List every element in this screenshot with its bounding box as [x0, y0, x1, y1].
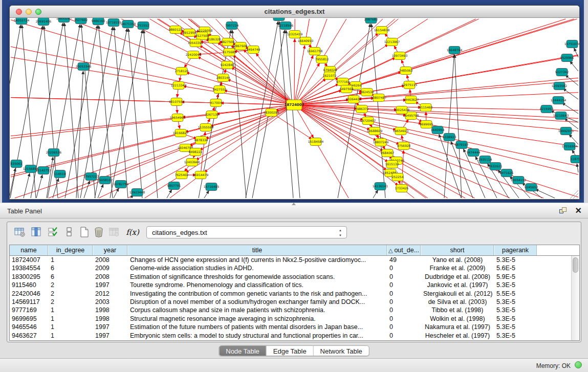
tab-node-table[interactable]: Node Table	[219, 346, 267, 356]
graph-node[interactable]: 16154838	[374, 27, 390, 34]
tab-network-table[interactable]: Network Table	[314, 346, 369, 356]
column-header-name[interactable]: name	[10, 245, 48, 255]
graph-node[interactable]: 7625402	[175, 171, 189, 179]
graph-node[interactable]: 7986372	[355, 105, 369, 113]
column-header-in_degree[interactable]: in_degree	[49, 245, 93, 255]
column-header-short[interactable]: short	[421, 245, 494, 255]
graph-node[interactable]: 10719155	[106, 19, 122, 27]
graph-node[interactable]: 8427552	[213, 86, 227, 94]
graph-node[interactable]: 8215953	[540, 105, 554, 113]
graph-node[interactable]: 16958107	[97, 177, 113, 184]
graph-node[interactable]: 17957223	[83, 173, 99, 181]
graph-node[interactable]: 2718120	[175, 68, 189, 75]
column-header-out_de[interactable]: △out_de...	[387, 245, 421, 255]
table-row[interactable]: 1938455462009Genome-wide association stu…	[10, 264, 571, 272]
graph-node[interactable]: 3267130	[205, 111, 219, 119]
graph-node[interactable]: 9466160	[92, 18, 105, 25]
network-graph[interactable]: 1405572420691406106532871527602946616010…	[10, 18, 579, 199]
graph-node[interactable]: 9860123	[169, 26, 183, 34]
graph-node[interactable]: 12213967	[384, 38, 400, 46]
graph-node[interactable]: 7632621	[489, 163, 503, 170]
table-row[interactable]: 946362711997Embryonic stem cells: a mode…	[10, 332, 571, 340]
graph-node[interactable]: 2867608	[234, 42, 248, 50]
graph-node[interactable]: 16782759	[113, 181, 129, 188]
graph-node[interactable]: 15184584	[308, 138, 324, 146]
graph-node[interactable]: 12142757	[36, 167, 52, 174]
graph-node[interactable]: 9474444	[467, 149, 481, 157]
table-row[interactable]: 1830029562008Estimation of significance …	[10, 273, 571, 281]
graph-node[interactable]: 18107554	[169, 98, 185, 106]
graph-node[interactable]: 12975115	[402, 81, 418, 89]
graph-node[interactable]: 12218596	[278, 22, 294, 30]
graph-node[interactable]: 20206536	[46, 149, 62, 157]
graph-node[interactable]: 8498222	[189, 148, 203, 156]
float-panel-icon[interactable]	[559, 207, 568, 215]
graph-node[interactable]: 8454749	[247, 46, 260, 54]
graph-node[interactable]: 252254	[392, 173, 404, 181]
scrollbar-thumb[interactable]	[573, 257, 578, 273]
graph-node[interactable]: 6497568	[340, 85, 354, 93]
graph-node[interactable]: 10973493	[392, 52, 408, 60]
network-canvas[interactable]: 1405572420691406106532871527602946616010…	[10, 18, 579, 199]
graph-node[interactable]: 19166827	[173, 129, 189, 137]
graph-node[interactable]: 14463627	[403, 96, 419, 104]
graph-node[interactable]: 15716485	[204, 183, 220, 191]
function-builder-icon[interactable]: f(x)	[124, 225, 141, 239]
graph-node[interactable]: 7957224	[225, 22, 239, 30]
graph-node[interactable]: 9827508	[221, 38, 235, 46]
table-row[interactable]: 969969511998Structural magnetic resonanc…	[10, 315, 571, 323]
graph-node[interactable]: 1733426	[395, 185, 409, 192]
graph-node[interactable]: 16210643	[553, 112, 569, 120]
new-table-icon[interactable]	[78, 225, 91, 239]
graph-node[interactable]: 18300295	[264, 109, 279, 117]
graph-node[interactable]: 9242848	[221, 61, 234, 69]
column-header-pagerank[interactable]: pagerank	[494, 245, 537, 255]
network-window[interactable]: citations_edges.txt 14055724206914061065…	[9, 5, 580, 200]
graph-node[interactable]: 14136141	[373, 183, 388, 190]
table-selector-dropdown[interactable]: citations_edges.txt ▲ ▼	[146, 226, 347, 238]
graph-node[interactable]: 8186328	[207, 36, 221, 43]
graph-node[interactable]: 417004	[210, 99, 222, 107]
graph-node[interactable]: 22420046	[186, 51, 202, 59]
delete-table-icon[interactable]	[92, 225, 105, 239]
graph-node[interactable]: 11355594	[198, 124, 214, 132]
graph-node[interactable]: 8878334	[194, 137, 208, 144]
graph-node[interactable]: 7955812	[315, 56, 329, 63]
graph-node[interactable]: 10543392	[188, 39, 204, 47]
graph-node[interactable]: 9227342	[555, 69, 569, 76]
table-settings-icon[interactable]	[13, 225, 27, 239]
graph-node[interactable]: 9529966	[560, 54, 574, 62]
splitter-handle[interactable]	[292, 203, 296, 205]
graph-node[interactable]: 835061	[11, 160, 23, 168]
graph-node[interactable]: 118753	[571, 156, 579, 163]
graph-node[interactable]: 16640910	[298, 37, 314, 45]
table-row[interactable]: 977716911998Corpus callosum shape and si…	[10, 306, 571, 314]
merge-rows-icon[interactable]	[62, 225, 76, 239]
graph-node[interactable]: 18807249	[373, 139, 389, 146]
graph-node[interactable]: 6879197	[455, 141, 469, 149]
table-row[interactable]: 911546021997Tourette syndrome. Phenomeno…	[10, 281, 571, 289]
graph-node[interactable]: 8813074	[272, 18, 286, 21]
graph-node[interactable]: 10653287	[56, 18, 72, 23]
graph-node[interactable]: 751552	[138, 22, 149, 30]
column-header-year[interactable]: year	[93, 245, 127, 255]
graph-node[interactable]: 15751074	[564, 40, 579, 48]
tab-edge-table[interactable]: Edge Table	[267, 346, 314, 356]
graph-hub-node[interactable]: 18724007	[285, 100, 304, 110]
graph-node[interactable]: 3175685	[223, 49, 236, 56]
graph-node[interactable]: 17016504	[562, 143, 578, 150]
graph-node[interactable]: 9857791	[167, 182, 181, 190]
vertical-scrollbar[interactable]	[571, 256, 579, 340]
graph-node[interactable]: 3824534	[360, 89, 374, 96]
graph-node[interactable]: 8471626	[500, 169, 514, 177]
graph-node[interactable]: 19654963	[170, 114, 186, 122]
graph-node[interactable]: 1527602	[74, 18, 88, 24]
graph-node[interactable]: 9245652	[525, 184, 538, 191]
graph-node[interactable]: 20691406	[36, 18, 52, 26]
graph-node[interactable]: 9115460	[419, 104, 433, 112]
graph-node[interactable]: 16648794	[447, 47, 463, 54]
graph-node[interactable]: 10807487	[371, 94, 387, 102]
graph-node[interactable]: 12213343	[171, 82, 187, 90]
graph-node[interactable]: 1640954	[431, 126, 445, 134]
graph-node[interactable]: 9699695	[420, 121, 433, 128]
